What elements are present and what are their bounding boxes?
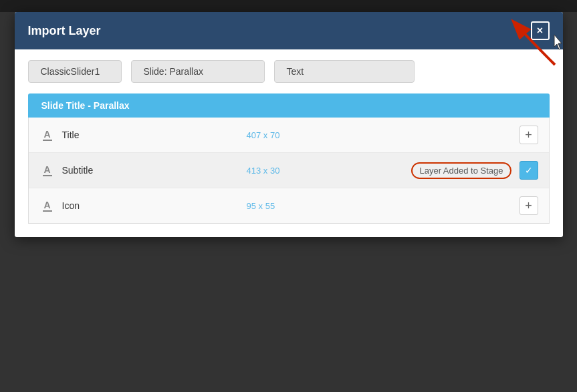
filter-type[interactable]: Text: [274, 60, 415, 83]
modal-title: Import Layer: [28, 24, 101, 38]
slide-title-bar: Slide Title - Parallax: [28, 93, 550, 118]
add-layer-button[interactable]: +: [520, 196, 538, 215]
check-layer-button[interactable]: ✓: [520, 161, 538, 180]
layer-size: 95 x 55: [247, 201, 327, 211]
table-row: A Icon 95 x 55 +: [29, 188, 549, 223]
layer-action: ✓: [517, 160, 541, 181]
modal-header: Import Layer ×: [15, 12, 563, 49]
import-layer-modal: Import Layer × ClassicSlider1 Slide: Par…: [15, 12, 563, 237]
layer-name: Title: [58, 130, 247, 140]
table-row: A Subtitle 413 x 30 Layer Added to Stage…: [29, 153, 549, 188]
layer-name: Subtitle: [58, 165, 247, 176]
table-row: A Title 407 x 70 +: [29, 118, 549, 153]
filter-slide[interactable]: Slide: Parallax: [131, 60, 265, 83]
close-button[interactable]: ×: [531, 21, 550, 40]
layer-action: +: [517, 124, 541, 146]
layer-table: A Title 407 x 70 + A Subtitle 413 x 30 L…: [28, 118, 550, 224]
modal-overlay: Import Layer × ClassicSlider1 Slide: Par…: [0, 0, 577, 392]
layer-size: 407 x 70: [247, 130, 327, 140]
layer-status: Layer Added to Stage: [327, 162, 517, 179]
add-layer-button[interactable]: +: [520, 126, 538, 144]
filter-row: ClassicSlider1 Slide: Parallax Text: [15, 49, 563, 93]
layer-type-icon: A: [37, 165, 58, 176]
filter-slider[interactable]: ClassicSlider1: [28, 60, 122, 83]
status-badge: Layer Added to Stage: [411, 162, 511, 179]
layer-name: Icon: [58, 200, 247, 211]
layer-type-icon: A: [37, 130, 58, 141]
layer-size: 413 x 30: [247, 166, 327, 176]
layer-action: +: [517, 195, 541, 216]
layer-type-icon: A: [37, 200, 58, 212]
